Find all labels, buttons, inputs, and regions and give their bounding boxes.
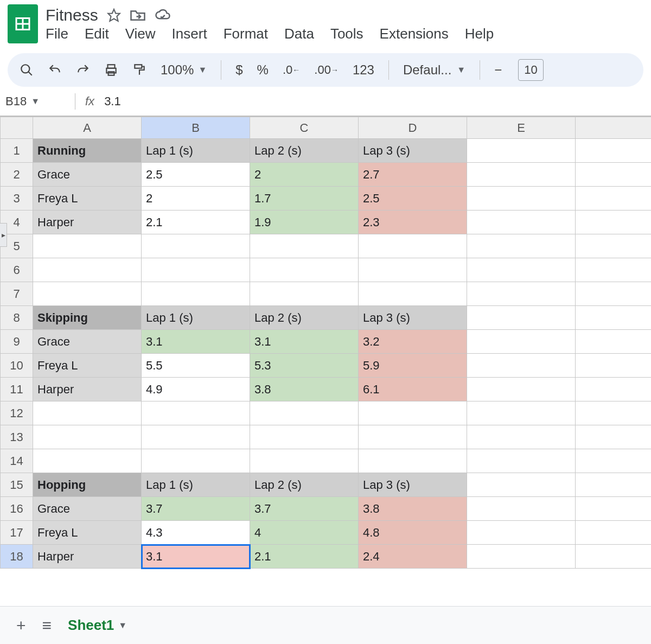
- percent-icon[interactable]: %: [257, 62, 269, 78]
- col-header-C[interactable]: C: [250, 117, 359, 139]
- cell[interactable]: [142, 234, 250, 258]
- col-header-D[interactable]: D: [359, 117, 467, 139]
- col-header-blank[interactable]: [576, 117, 652, 139]
- cell[interactable]: [467, 163, 576, 187]
- row-header[interactable]: 10: [1, 354, 33, 378]
- cell[interactable]: [142, 282, 250, 306]
- font-size-input[interactable]: 10: [518, 59, 543, 81]
- cell[interactable]: [142, 258, 250, 282]
- cell[interactable]: [467, 378, 576, 401]
- chevron-down-icon[interactable]: ▼: [457, 65, 465, 75]
- spreadsheet-grid[interactable]: ▸ A B C D E 1 Running Lap 1 (s) Lap 2 (s…: [0, 116, 651, 583]
- row-header[interactable]: 15: [1, 473, 33, 497]
- zoom-level[interactable]: 100%: [161, 62, 194, 78]
- row-header[interactable]: 8: [1, 306, 33, 330]
- font-name[interactable]: Defaul...: [403, 62, 451, 78]
- cell[interactable]: Harper: [33, 211, 142, 234]
- cell[interactable]: 1.9: [250, 211, 359, 234]
- cell[interactable]: Skipping: [33, 306, 142, 330]
- cell[interactable]: [467, 545, 576, 569]
- cell[interactable]: [576, 211, 652, 234]
- menu-help[interactable]: Help: [465, 25, 494, 42]
- cell[interactable]: [467, 211, 576, 234]
- row-header[interactable]: 9: [1, 330, 33, 354]
- cell[interactable]: Lap 3 (s): [359, 473, 467, 497]
- cell[interactable]: Harper: [33, 545, 142, 569]
- row-header[interactable]: 2: [1, 163, 33, 187]
- cell[interactable]: [576, 187, 652, 211]
- menu-tools[interactable]: Tools: [330, 25, 363, 42]
- number-format-icon[interactable]: 123: [353, 62, 374, 78]
- sheet-tab-active[interactable]: Sheet1 ▼: [68, 617, 127, 634]
- cell[interactable]: [576, 234, 652, 258]
- select-all-corner[interactable]: [1, 117, 33, 139]
- cell[interactable]: [250, 401, 359, 425]
- cell[interactable]: [359, 234, 467, 258]
- cell[interactable]: [467, 330, 576, 354]
- cell[interactable]: 3.1: [142, 330, 250, 354]
- cell[interactable]: Hopping: [33, 473, 142, 497]
- cell[interactable]: Grace: [33, 497, 142, 521]
- row-group-toggle-icon[interactable]: ▸: [0, 223, 7, 247]
- cell[interactable]: [250, 258, 359, 282]
- cell[interactable]: [250, 425, 359, 449]
- cell[interactable]: Lap 2 (s): [250, 473, 359, 497]
- cell[interactable]: 2.5: [359, 187, 467, 211]
- menu-edit[interactable]: Edit: [85, 25, 109, 42]
- cell[interactable]: 3.7: [250, 497, 359, 521]
- cell[interactable]: Harper: [33, 378, 142, 401]
- cell[interactable]: 2.7: [359, 163, 467, 187]
- cell[interactable]: [359, 258, 467, 282]
- row-header[interactable]: 17: [1, 521, 33, 545]
- cell[interactable]: [576, 401, 652, 425]
- cell[interactable]: 5.3: [250, 354, 359, 378]
- col-header-A[interactable]: A: [33, 117, 142, 139]
- cell[interactable]: [576, 282, 652, 306]
- cell[interactable]: [467, 187, 576, 211]
- cell[interactable]: 4: [250, 521, 359, 545]
- cell[interactable]: [142, 449, 250, 473]
- cell[interactable]: [576, 330, 652, 354]
- col-header-E[interactable]: E: [467, 117, 576, 139]
- cell[interactable]: [576, 378, 652, 401]
- undo-icon[interactable]: [48, 63, 62, 77]
- cell[interactable]: 5.5: [142, 354, 250, 378]
- cell[interactable]: Grace: [33, 330, 142, 354]
- cell[interactable]: 6.1: [359, 378, 467, 401]
- cell[interactable]: [250, 449, 359, 473]
- cell[interactable]: [576, 473, 652, 497]
- menu-insert[interactable]: Insert: [172, 25, 207, 42]
- cell[interactable]: 3.8: [359, 497, 467, 521]
- cell[interactable]: Lap 2 (s): [250, 139, 359, 163]
- chevron-down-icon[interactable]: ▼: [31, 97, 40, 106]
- cell[interactable]: Running: [33, 139, 142, 163]
- cell[interactable]: 3.1: [250, 330, 359, 354]
- menu-view[interactable]: View: [125, 25, 156, 42]
- cell[interactable]: [467, 258, 576, 282]
- cell[interactable]: [576, 354, 652, 378]
- cell[interactable]: 3.8: [250, 378, 359, 401]
- cell[interactable]: [250, 282, 359, 306]
- cell[interactable]: [359, 425, 467, 449]
- cell[interactable]: Lap 1 (s): [142, 306, 250, 330]
- cell[interactable]: [467, 521, 576, 545]
- col-header-B[interactable]: B: [142, 117, 250, 139]
- cell[interactable]: Lap 3 (s): [359, 306, 467, 330]
- star-icon[interactable]: [107, 8, 121, 22]
- search-icon[interactable]: [20, 63, 34, 77]
- cell[interactable]: Freya L: [33, 521, 142, 545]
- cell[interactable]: Freya L: [33, 354, 142, 378]
- cell[interactable]: [467, 473, 576, 497]
- cell[interactable]: [467, 306, 576, 330]
- cell[interactable]: 2: [250, 163, 359, 187]
- cell[interactable]: [467, 354, 576, 378]
- cell[interactable]: [576, 497, 652, 521]
- cell[interactable]: 5.9: [359, 354, 467, 378]
- row-header[interactable]: 6: [1, 258, 33, 282]
- cell[interactable]: [33, 282, 142, 306]
- row-header[interactable]: 16: [1, 497, 33, 521]
- cell[interactable]: 4.3: [142, 521, 250, 545]
- redo-icon[interactable]: [76, 63, 90, 77]
- cell[interactable]: 2.5: [142, 163, 250, 187]
- cell[interactable]: [33, 449, 142, 473]
